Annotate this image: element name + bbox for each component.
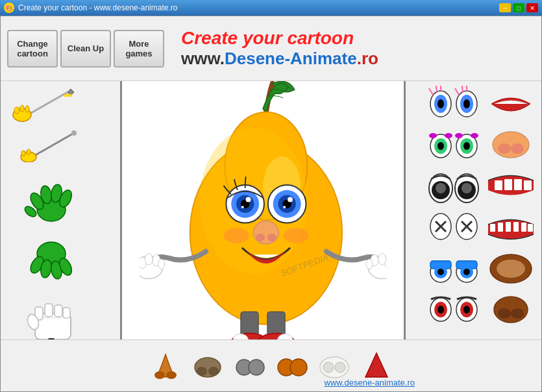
part-ear[interactable] <box>484 247 537 286</box>
svg-point-82 <box>429 133 437 138</box>
svg-rect-95 <box>495 180 502 190</box>
more-games-button[interactable]: More games <box>114 30 164 67</box>
bottom-panel: www.desene-animate.ro <box>1 339 541 391</box>
svg-point-161 <box>323 362 334 373</box>
svg-rect-97 <box>514 179 522 190</box>
svg-point-49 <box>283 228 308 243</box>
svg-point-91 <box>436 183 446 193</box>
bottom-link[interactable]: www.desene-animate.ro <box>325 378 415 387</box>
svg-point-10 <box>21 151 25 156</box>
svg-point-157 <box>249 360 264 375</box>
bottom-part-4[interactable] <box>275 348 310 384</box>
svg-rect-27 <box>63 308 70 318</box>
svg-rect-108 <box>513 222 519 232</box>
title-bar: 🎨 Create your cartoon - www.desene-anima… <box>0 0 542 16</box>
svg-rect-107 <box>506 222 511 232</box>
svg-point-75 <box>463 99 470 108</box>
toolbar: Change cartoon Clean Up More games Creat… <box>1 16 541 81</box>
svg-point-57 <box>158 259 165 269</box>
left-item-sword[interactable] <box>9 89 93 125</box>
svg-point-154 <box>197 367 207 376</box>
svg-point-162 <box>335 362 345 373</box>
svg-point-83 <box>445 133 452 138</box>
maximize-button[interactable]: □ <box>513 3 524 12</box>
svg-point-72 <box>437 99 444 108</box>
site-url: www.Desene-Animate.ro <box>181 49 378 69</box>
bottom-part-2[interactable] <box>190 348 226 384</box>
svg-point-55 <box>145 253 153 265</box>
part-eyes-3[interactable] <box>427 165 480 204</box>
svg-point-159 <box>290 359 307 376</box>
svg-rect-110 <box>528 224 533 232</box>
part-eyes-4[interactable] <box>427 206 480 245</box>
svg-point-60 <box>378 253 386 265</box>
svg-rect-25 <box>45 304 53 317</box>
svg-point-86 <box>493 132 529 158</box>
svg-rect-105 <box>490 224 495 232</box>
svg-point-11 <box>27 149 31 154</box>
part-eyes-1[interactable] <box>427 84 480 123</box>
svg-point-128 <box>498 308 511 319</box>
left-item-fist[interactable] <box>19 291 84 339</box>
svg-rect-2 <box>64 94 72 97</box>
title-bar-text: Create your cartoon - www.desene-animate… <box>18 3 177 12</box>
part-mouth-1[interactable] <box>484 84 537 123</box>
svg-point-46 <box>288 197 293 202</box>
svg-point-62 <box>366 259 373 269</box>
part-eyes-7[interactable] <box>427 329 480 339</box>
svg-point-84 <box>455 133 463 138</box>
part-nose-1[interactable] <box>484 125 537 164</box>
left-item-green-claw-1[interactable] <box>19 174 84 226</box>
part-mouth-2[interactable] <box>484 165 537 204</box>
canvas-area[interactable]: SOFTPEDIA <box>101 81 425 339</box>
left-item-green-claw-2[interactable] <box>19 231 84 283</box>
minimize-button[interactable]: ─ <box>499 3 511 12</box>
svg-point-129 <box>511 308 524 319</box>
part-eyes-5[interactable] <box>427 247 480 286</box>
svg-point-4 <box>14 107 19 114</box>
bottom-part-3[interactable] <box>232 348 268 384</box>
create-title: Create your cartoon <box>181 28 354 49</box>
svg-point-78 <box>437 142 444 150</box>
change-cartoon-button[interactable]: Change cartoon <box>7 30 58 67</box>
svg-point-114 <box>437 269 444 275</box>
close-button[interactable]: ✕ <box>526 3 538 12</box>
svg-point-123 <box>437 306 444 313</box>
svg-point-47 <box>283 206 286 208</box>
svg-point-94 <box>462 183 472 193</box>
part-mouth-3[interactable] <box>484 206 537 245</box>
bottom-part-1[interactable] <box>148 348 184 384</box>
svg-rect-98 <box>524 180 532 190</box>
svg-point-5 <box>20 105 24 112</box>
canvas-frame: SOFTPEDIA <box>120 81 406 339</box>
svg-point-126 <box>463 306 470 313</box>
part-eyes-2[interactable] <box>427 125 480 164</box>
svg-rect-109 <box>521 223 526 232</box>
svg-point-48 <box>223 228 249 243</box>
svg-point-152 <box>166 371 177 379</box>
clean-up-button[interactable]: Clean Up <box>60 30 111 67</box>
svg-point-50 <box>253 221 278 244</box>
svg-point-127 <box>494 297 528 323</box>
part-mouth-4[interactable] <box>484 329 537 339</box>
svg-point-41 <box>241 206 244 208</box>
part-nose-2[interactable] <box>484 288 537 327</box>
part-eyes-6[interactable] <box>427 288 480 327</box>
right-panel <box>425 81 541 339</box>
svg-point-81 <box>463 142 470 150</box>
title-bar-icon: 🎨 <box>4 3 14 13</box>
svg-point-120 <box>497 260 525 278</box>
svg-point-151 <box>154 371 165 379</box>
svg-point-52 <box>267 234 277 241</box>
svg-rect-96 <box>504 179 512 190</box>
svg-marker-163 <box>365 353 388 377</box>
svg-point-155 <box>208 367 219 376</box>
svg-point-85 <box>471 133 478 138</box>
left-panel <box>1 81 101 339</box>
svg-point-51 <box>256 234 265 241</box>
svg-point-118 <box>463 269 470 275</box>
svg-point-87 <box>498 143 511 154</box>
left-item-broom[interactable] <box>9 130 93 162</box>
svg-point-40 <box>246 197 251 202</box>
svg-rect-106 <box>498 223 503 232</box>
